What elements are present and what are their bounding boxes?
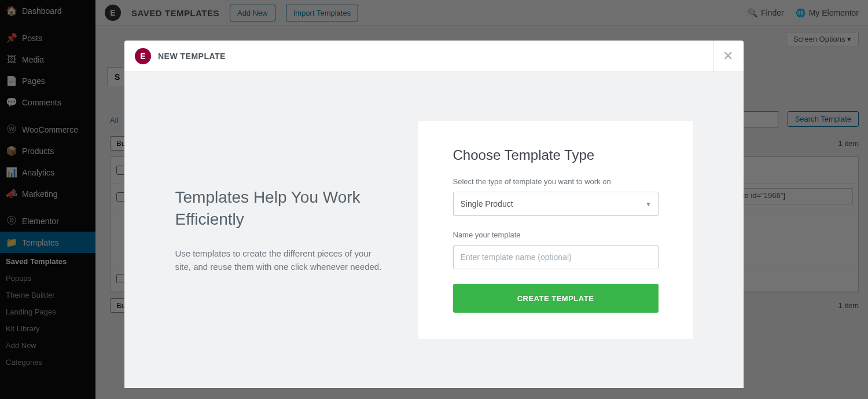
template-type-select[interactable]: Single Product [453,192,659,216]
close-icon[interactable]: ✕ [713,41,733,71]
modal-header: E NEW TEMPLATE ✕ [124,41,744,72]
form-title: Choose Template Type [453,147,659,163]
modal-title: NEW TEMPLATE [158,52,226,61]
create-template-button[interactable]: CREATE TEMPLATE [453,284,659,313]
template-type-label: Select the type of template you want to … [453,177,659,186]
modal-body: Templates Help You Work Efficiently Use … [124,72,744,388]
template-form-card: Choose Template Type Select the type of … [418,121,693,339]
modal-intro-body: Use templates to create the different pi… [175,247,384,274]
modal-brand-badge: E [135,48,151,64]
template-name-input[interactable] [453,245,659,269]
new-template-modal: E NEW TEMPLATE ✕ Templates Help You Work… [124,41,744,388]
template-name-label: Name your template [453,230,659,239]
modal-intro-copy: Templates Help You Work Efficiently Use … [175,186,384,273]
modal-intro-heading: Templates Help You Work Efficiently [175,186,384,230]
